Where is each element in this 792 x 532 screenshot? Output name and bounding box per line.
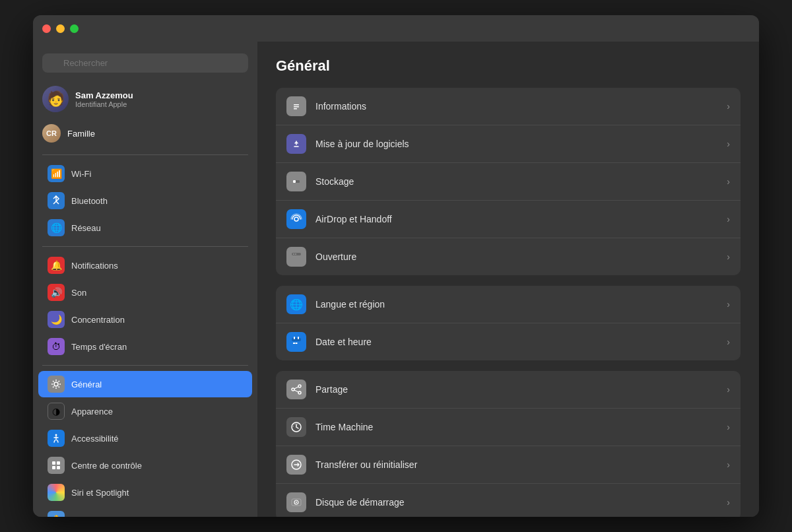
traffic-lights	[42, 24, 79, 33]
sidebar: 🔍 🧑 Sam Azzemou Identifiant Apple CR Fam…	[33, 42, 257, 517]
settings-row-stockage[interactable]: Stockage ›	[276, 163, 741, 201]
chevron-icon: ›	[727, 459, 730, 470]
svg-rect-2	[52, 461, 55, 465]
main-panel: Général Informations › Mise à jour de lo…	[257, 42, 759, 517]
page-title: Général	[276, 57, 741, 75]
sidebar-item-bluetooth[interactable]: Bluetooth	[38, 187, 252, 214]
minimize-button[interactable]	[56, 24, 65, 33]
sidebar-item-notifications[interactable]: 🔔 Notifications	[38, 252, 252, 279]
row-label: Informations	[315, 101, 727, 112]
row-label: Date et heure	[315, 337, 727, 347]
concentration-icon: 🌙	[48, 311, 65, 328]
sidebar-item-accessibilite[interactable]: Accessibilité	[38, 425, 252, 451]
sidebar-item-wifi[interactable]: 📶 Wi-Fi	[38, 160, 252, 187]
chevron-icon: ›	[727, 299, 730, 310]
search-container: 🔍	[33, 48, 257, 81]
centre-controle-icon	[48, 457, 65, 474]
sidebar-item-centre-controle[interactable]: Centre de contrôle	[38, 452, 252, 479]
row-label: AirDrop et Handoff	[315, 214, 727, 224]
sidebar-item-label: Notifications	[71, 261, 118, 271]
sidebar-item-son[interactable]: 🔊 Son	[38, 279, 252, 306]
chevron-icon: ›	[727, 251, 730, 262]
sidebar-item-confidentialite[interactable]: ✋ Confidentialité et sécurité	[38, 506, 252, 517]
svg-rect-9	[294, 108, 297, 110]
timemachine-icon	[286, 417, 306, 437]
user-name: Sam Azzemou	[75, 90, 133, 100]
close-button[interactable]	[42, 24, 51, 33]
chevron-icon: ›	[727, 139, 730, 149]
divider-3	[42, 365, 248, 366]
sidebar-item-label: Siri et Spotlight	[71, 488, 129, 498]
maximize-button[interactable]	[70, 24, 79, 33]
sidebar-item-famille[interactable]: CR Famille	[33, 121, 257, 149]
ouverture-icon	[286, 247, 306, 267]
sidebar-item-label: Bluetooth	[71, 196, 108, 206]
user-subtitle: Identifiant Apple	[75, 100, 133, 108]
famille-avatar: CR	[42, 124, 61, 143]
wifi-icon: 📶	[48, 165, 65, 182]
sidebar-item-concentration[interactable]: 🌙 Concentration	[38, 306, 252, 333]
svg-rect-4	[52, 466, 55, 469]
settings-row-maj[interactable]: Mise à jour de logiciels ›	[276, 125, 741, 163]
sidebar-item-label: Apparence	[71, 407, 113, 416]
accessibilite-icon	[48, 430, 65, 447]
settings-row-airdrop[interactable]: AirDrop et Handoff ›	[276, 201, 741, 238]
avatar: 🧑	[42, 86, 69, 112]
settings-row-langue[interactable]: 🌐 Langue et région ›	[276, 286, 741, 323]
row-label: Ouverture	[315, 251, 727, 262]
svg-rect-23	[293, 343, 295, 344]
sidebar-item-siri[interactable]: Siri et Spotlight	[38, 479, 252, 506]
sidebar-item-temps-ecran[interactable]: ⏱ Temps d'écran	[38, 333, 252, 360]
svg-rect-5	[57, 466, 60, 469]
svg-point-14	[294, 217, 298, 221]
reseau-icon: 🌐	[48, 219, 65, 236]
sidebar-item-label: Général	[71, 380, 102, 389]
confidentialite-icon: ✋	[48, 511, 65, 517]
settings-group-3: Partage › Time Machine › Transférer ou r…	[276, 371, 741, 517]
row-label: Disque de démarrage	[315, 497, 727, 508]
settings-group-1: Informations › Mise à jour de logiciels …	[276, 88, 741, 275]
divider-2	[42, 246, 248, 247]
sidebar-item-general[interactable]: Général	[38, 371, 252, 397]
search-wrapper: 🔍	[42, 53, 248, 73]
app-window: 🔍 🧑 Sam Azzemou Identifiant Apple CR Fam…	[33, 15, 759, 517]
date-icon	[286, 332, 306, 352]
settings-row-disque[interactable]: Disque de démarrage ›	[276, 484, 741, 517]
siri-icon	[48, 484, 65, 501]
settings-row-informations[interactable]: Informations ›	[276, 88, 741, 125]
svg-point-32	[296, 502, 297, 503]
svg-point-27	[298, 391, 301, 394]
search-input[interactable]	[42, 53, 248, 73]
svg-point-17	[293, 253, 294, 255]
svg-rect-13	[293, 180, 296, 183]
svg-rect-22	[298, 337, 299, 339]
sidebar-item-label: Son	[71, 288, 86, 298]
chevron-icon: ›	[727, 497, 730, 508]
settings-row-partage[interactable]: Partage ›	[276, 371, 741, 409]
sidebar-item-label: Réseau	[71, 223, 101, 233]
row-label: Partage	[315, 384, 727, 395]
titlebar	[33, 15, 759, 42]
sidebar-item-reseau[interactable]: 🌐 Réseau	[38, 215, 252, 241]
settings-row-timemachine[interactable]: Time Machine ›	[276, 409, 741, 446]
temps-ecran-icon: ⏱	[48, 338, 65, 355]
sidebar-item-label: Accessibilité	[71, 434, 119, 444]
settings-row-date[interactable]: Date et heure ›	[276, 323, 741, 360]
bluetooth-icon	[48, 192, 65, 209]
famille-label: Famille	[67, 129, 95, 139]
sidebar-item-label: Temps d'écran	[71, 342, 127, 352]
settings-row-transferer[interactable]: Transférer ou réinitialiser ›	[276, 446, 741, 484]
divider-1	[42, 154, 248, 155]
partage-icon	[286, 380, 306, 399]
airdrop-icon	[286, 209, 306, 229]
user-profile-item[interactable]: 🧑 Sam Azzemou Identifiant Apple	[33, 81, 257, 121]
settings-row-ouverture[interactable]: Ouverture ›	[276, 238, 741, 275]
informations-icon	[286, 96, 306, 116]
chevron-icon: ›	[727, 101, 730, 112]
sidebar-item-apparence[interactable]: ◑ Apparence	[38, 398, 252, 424]
svg-rect-7	[294, 104, 299, 106]
chevron-icon: ›	[727, 214, 730, 224]
disque-icon	[286, 492, 306, 512]
chevron-icon: ›	[727, 384, 730, 395]
settings-group-2: 🌐 Langue et région › Date et heure ›	[276, 286, 741, 360]
